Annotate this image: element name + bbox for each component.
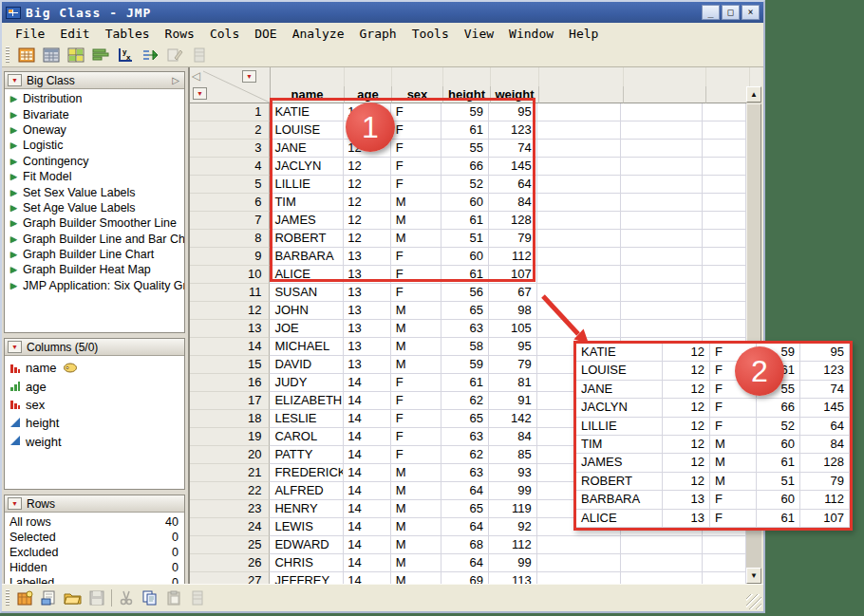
cell-height[interactable]: 64 [441,518,489,536]
cell-height[interactable]: 68 [441,536,489,554]
row-number-cell[interactable]: 14 [190,338,270,356]
row-number-cell[interactable]: 9 [190,248,270,266]
cell-name[interactable]: HENRY [270,500,343,518]
cell-weight[interactable]: 98 [489,302,537,320]
cell-height[interactable]: 59 [441,356,489,374]
cell-name[interactable]: ALFRED [270,482,343,500]
column-header-empty[interactable] [706,86,750,103]
cell-sex[interactable]: M [391,320,442,338]
menu-analyze[interactable]: Analyze [285,25,352,43]
cell-weight[interactable]: 85 [489,446,537,464]
cell-name[interactable]: ELIZABETH [270,392,343,410]
cell-sex[interactable]: M [391,572,442,584]
nominal-modeling-type-icon[interactable] [9,360,21,377]
cell-height[interactable]: 64 [441,482,489,500]
cell-height[interactable]: 65 [441,410,489,428]
row-number-cell[interactable]: 2 [190,121,270,140]
cell-empty[interactable] [621,320,703,338]
column-item-name[interactable]: name [5,359,184,377]
cell-weight[interactable]: 119 [489,500,537,518]
row-number-cell[interactable]: 17 [190,392,270,410]
cell-name[interactable]: SUSAN [270,284,343,302]
new-data-table-icon[interactable] [16,588,35,607]
cell-weight[interactable]: 67 [489,284,537,302]
script-item[interactable]: ▶Oneway [5,122,184,138]
row-number-cell[interactable]: 5 [190,176,270,194]
row-number-cell[interactable]: 19 [190,428,270,446]
menu-cols[interactable]: Cols [202,25,247,43]
toolbar-grip[interactable] [6,589,9,607]
cell-height[interactable]: 63 [441,428,489,446]
row-number-cell[interactable]: 20 [190,446,270,464]
cell-age[interactable]: 13 [344,284,391,302]
script-item[interactable]: ▶Set Age Value Labels [5,200,184,215]
cell-empty[interactable] [537,284,621,302]
table-menu-icon[interactable]: ▼ [8,74,22,86]
nominal-modeling-type-icon[interactable] [9,396,21,413]
cell-weight[interactable]: 99 [489,554,537,572]
cell-empty[interactable] [537,103,621,121]
menu-edit[interactable]: Edit [52,25,97,43]
cell-sex[interactable]: F [391,374,442,392]
cell-name[interactable]: CHRIS [270,554,343,572]
cell-empty[interactable] [621,176,703,194]
cell-age[interactable]: 14 [344,428,391,446]
cell-name[interactable]: JUDY [270,374,343,392]
cell-height[interactable]: 62 [441,392,489,410]
cell-age[interactable]: 13 [344,338,391,356]
cell-age[interactable]: 14 [344,518,391,536]
cell-weight[interactable]: 79 [489,356,537,374]
column-item-weight[interactable]: weight [5,433,184,451]
column-header-empty[interactable] [539,86,624,103]
columns-dropdown-icon[interactable]: ▼ [242,70,256,83]
scroll-down-icon[interactable]: ▼ [746,568,761,584]
cell-age[interactable]: 14 [344,410,391,428]
cell-empty[interactable] [703,266,746,284]
open-folder-icon[interactable] [64,588,83,607]
cell-height[interactable]: 69 [441,572,489,584]
row-number-cell[interactable]: 7 [190,212,270,230]
cell-height[interactable]: 65 [441,500,489,518]
cell-name[interactable]: FREDERICK [270,464,343,482]
cell-empty[interactable] [537,266,621,284]
cell-age[interactable]: 14 [344,446,391,464]
cell-empty[interactable] [537,248,621,266]
cell-empty[interactable] [703,140,746,158]
cell-weight[interactable]: 112 [489,536,537,554]
cell-weight[interactable]: 91 [489,392,537,410]
cell-empty[interactable] [703,158,746,176]
script-item[interactable]: ▶Distribution [5,91,184,106]
cell-empty[interactable] [703,248,746,266]
cell-empty[interactable] [621,230,703,248]
row-number-cell[interactable]: 10 [190,266,270,284]
edit-pencil-icon[interactable] [165,46,184,65]
cell-empty[interactable] [537,158,621,176]
cell-height[interactable]: 63 [441,320,489,338]
row-number-cell[interactable]: 23 [190,500,270,518]
row-number-cell[interactable]: 12 [190,302,270,320]
cell-height[interactable]: 58 [441,338,489,356]
cell-empty[interactable] [537,554,621,572]
cell-age[interactable]: 14 [344,374,391,392]
column-item-sex[interactable]: sex [5,396,184,414]
menu-help[interactable]: Help [561,25,606,43]
cell-name[interactable]: CAROL [270,428,343,446]
database-icon[interactable] [190,46,209,65]
graph-bars-icon[interactable] [91,46,110,65]
cell-empty[interactable] [703,194,746,212]
cell-empty[interactable] [537,121,621,140]
cell-age[interactable]: 13 [344,356,391,374]
cell-empty[interactable] [537,302,621,320]
row-number-cell[interactable]: 4 [190,158,270,176]
menu-rows[interactable]: Rows [158,25,202,43]
copy-icon[interactable] [141,588,160,607]
cell-sex[interactable]: F [391,410,442,428]
script-item[interactable]: ▶Graph Builder Heat Map [5,262,184,277]
row-number-cell[interactable]: 27 [190,572,270,584]
collapse-panel-icon[interactable]: ◁ [192,69,200,83]
save-icon[interactable] [87,588,106,607]
database-icon[interactable] [188,588,207,607]
cell-name[interactable]: LESLIE [270,410,343,428]
cell-age[interactable]: 14 [344,500,391,518]
cell-weight[interactable]: 113 [489,572,537,584]
